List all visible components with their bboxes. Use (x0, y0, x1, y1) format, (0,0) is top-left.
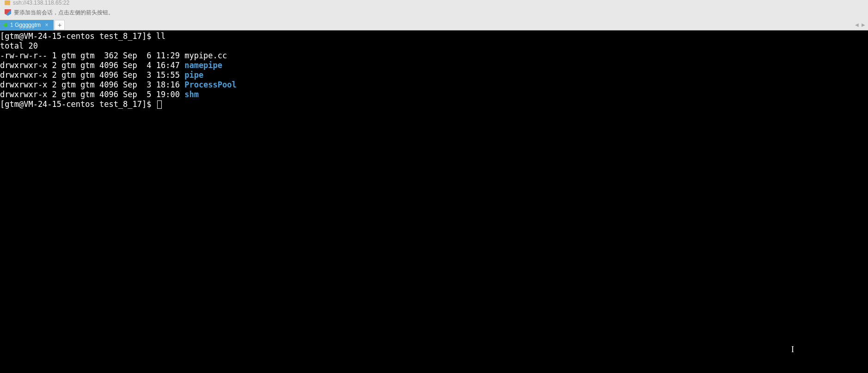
folder-icon (5, 0, 10, 5)
terminal-cursor (157, 100, 162, 109)
tab-close-button[interactable]: × (43, 22, 50, 28)
list-item: drwxrwxr-x 2 gtm gtm 4096 Sep 5 19:00 sh… (0, 90, 868, 99)
tab-nav-left-icon[interactable]: ◀ (854, 22, 860, 28)
text-cursor-icon: I (791, 345, 794, 354)
directory-name: shm (184, 90, 199, 99)
terminal-area[interactable]: [gtm@VM-24-15-centos test_8_17]$ ll tota… (0, 31, 868, 373)
terminal-total-line: total 20 (0, 41, 868, 51)
flag-icon (5, 9, 11, 16)
tab-label: 1 Ggggggtm (10, 22, 41, 28)
file-name: mypipe.cc (184, 51, 227, 60)
file-permissions: drwxrwxr-x 2 gtm gtm 4096 Sep 3 15:55 (0, 70, 184, 80)
terminal-line: [gtm@VM-24-15-centos test_8_17]$ ll (0, 31, 868, 41)
list-item: drwxrwxr-x 2 gtm gtm 4096 Sep 3 18:16 Pr… (0, 80, 868, 90)
file-listing: -rw-rw-r-- 1 gtm gtm 362 Sep 6 11:29 myp… (0, 51, 868, 99)
shell-prompt: [gtm@VM-24-15-centos test_8_17]$ (0, 99, 156, 109)
tab-session-1[interactable]: 1 Ggggggtm × (0, 20, 54, 30)
directory-name: ProcessPool (184, 80, 237, 89)
terminal-line: [gtm@VM-24-15-centos test_8_17]$ (0, 99, 868, 109)
info-bar: 要添加当前会话，点击左侧的箭头按钮。 (0, 6, 868, 19)
ssh-address: ssh://43.138.118.65:22 (13, 0, 69, 6)
shell-prompt: [gtm@VM-24-15-centos test_8_17]$ (0, 31, 156, 41)
file-permissions: drwxrwxr-x 2 gtm gtm 4096 Sep 3 18:16 (0, 80, 184, 89)
title-bar: ssh://43.138.118.65:22 (0, 0, 868, 6)
directory-name: namepipe (184, 61, 222, 70)
tab-nav-right-icon[interactable]: ▶ (861, 22, 866, 28)
list-item: drwxrwxr-x 2 gtm gtm 4096 Sep 3 15:55 pi… (0, 70, 868, 80)
connection-status-icon (4, 23, 7, 27)
list-item: -rw-rw-r-- 1 gtm gtm 362 Sep 6 11:29 myp… (0, 51, 868, 61)
directory-name: pipe (184, 70, 203, 80)
file-permissions: drwxrwxr-x 2 gtm gtm 4096 Sep 4 16:47 (0, 61, 184, 70)
command-text: ll (156, 31, 165, 41)
tab-nav-arrows: ◀ ▶ (854, 22, 866, 28)
add-tab-button[interactable]: + (55, 20, 65, 30)
file-permissions: drwxrwxr-x 2 gtm gtm 4096 Sep 5 19:00 (0, 90, 184, 99)
tab-bar: 1 Ggggggtm × + ◀ ▶ (0, 19, 868, 31)
file-permissions: -rw-rw-r-- 1 gtm gtm 362 Sep 6 11:29 (0, 51, 184, 60)
info-message: 要添加当前会话，点击左侧的箭头按钮。 (14, 9, 114, 17)
list-item: drwxrwxr-x 2 gtm gtm 4096 Sep 4 16:47 na… (0, 61, 868, 70)
